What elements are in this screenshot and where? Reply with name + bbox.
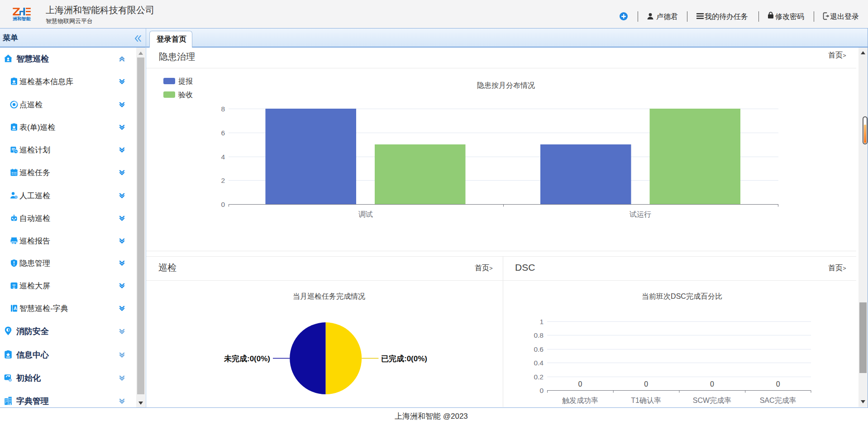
svg-text:SCW完成率: SCW完成率 [693,397,731,404]
svg-text:4: 4 [221,153,225,161]
svg-text:触发成功率: 触发成功率 [562,397,598,404]
svg-text:提报: 提报 [178,77,193,85]
svg-text:试运行: 试运行 [629,210,651,218]
svg-text:SAC完成率: SAC完成率 [760,397,796,404]
svg-text:0.6: 0.6 [534,345,544,353]
svg-text:8: 8 [221,105,225,113]
svg-text:当月巡检任务完成情况: 当月巡检任务完成情况 [293,292,365,300]
svg-text:已完成:0(0%): 已完成:0(0%) [381,354,427,363]
svg-text:0.8: 0.8 [534,331,544,339]
svg-text:调试: 调试 [358,210,373,218]
svg-text:0: 0 [710,380,714,388]
svg-text:0: 0 [644,380,648,388]
svg-text:0: 0 [578,380,582,388]
svg-text:1: 1 [539,318,544,325]
svg-text:2: 2 [221,177,225,184]
svg-text:0: 0 [539,387,544,394]
svg-text:A: A [14,306,17,311]
svg-text:T1确认率: T1确认率 [631,397,661,404]
svg-text:当前班次DSC完成百分比: 当前班次DSC完成百分比 [642,292,722,300]
svg-text:0.4: 0.4 [534,359,544,367]
svg-text:验收: 验收 [178,91,193,99]
svg-text:0.2: 0.2 [534,373,544,381]
svg-text:洲和智能: 洲和智能 [13,16,31,21]
svg-text:未完成:0(0%): 未完成:0(0%) [224,354,270,363]
svg-text:隐患按月分布情况: 隐患按月分布情况 [477,81,535,89]
svg-text:0: 0 [221,201,225,208]
svg-text:6: 6 [221,129,225,137]
svg-text:0: 0 [776,380,780,388]
